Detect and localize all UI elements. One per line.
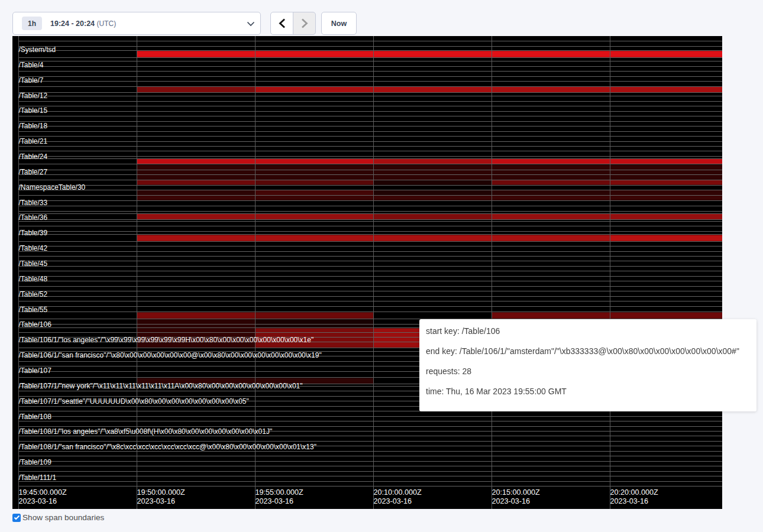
svg-text:2023-03-16: 2023-03-16 xyxy=(137,497,175,505)
svg-text:20:20:00.000Z: 20:20:00.000Z xyxy=(610,488,659,497)
svg-text:/Table/107/1/"seattle"/"UUUUUU: /Table/107/1/"seattle"/"UUUUUUD\x00\x80\… xyxy=(19,397,249,406)
svg-text:/Table/106/1/"san francisco"/": /Table/106/1/"san francisco"/"\x80\x00\x… xyxy=(19,351,322,359)
svg-text:2023-03-16: 2023-03-16 xyxy=(492,497,530,505)
svg-text:/Table/18: /Table/18 xyxy=(19,122,48,130)
svg-text:2023-03-16: 2023-03-16 xyxy=(19,497,57,505)
svg-text:20:15:00.000Z: 20:15:00.000Z xyxy=(492,488,541,497)
svg-text:2023-03-16: 2023-03-16 xyxy=(610,497,648,505)
svg-text:19:55:00.000Z: 19:55:00.000Z xyxy=(256,488,304,497)
svg-text:/Table/55: /Table/55 xyxy=(19,306,48,314)
svg-text:/Table/27: /Table/27 xyxy=(19,168,48,176)
svg-text:19:50:00.000Z: 19:50:00.000Z xyxy=(137,488,186,497)
svg-text:/Table/107: /Table/107 xyxy=(19,366,52,375)
svg-text:/Table/24: /Table/24 xyxy=(19,153,48,161)
svg-text:/Table/107/1/"new york"/"\x11\: /Table/107/1/"new york"/"\x11\x11\x11\x1… xyxy=(19,382,303,390)
svg-text:/Table/45: /Table/45 xyxy=(19,259,48,268)
svg-text:/NamespaceTable/30: /NamespaceTable/30 xyxy=(19,183,86,192)
svg-text:/Table/108: /Table/108 xyxy=(19,413,52,421)
svg-text:/Table/12: /Table/12 xyxy=(19,92,48,100)
svg-text:/Table/106/1/"los angeles"/"\x: /Table/106/1/"los angeles"/"\x99\x99\x99… xyxy=(19,336,314,344)
svg-text:/Table/109: /Table/109 xyxy=(19,458,52,466)
svg-text:2023-03-16: 2023-03-16 xyxy=(256,497,293,505)
svg-text:/Table/39: /Table/39 xyxy=(19,229,48,237)
svg-text:/Table/21: /Table/21 xyxy=(19,137,48,145)
svg-text:/Table/36: /Table/36 xyxy=(19,213,48,222)
svg-text:/Table/111/1: /Table/111/1 xyxy=(19,473,57,482)
svg-text:19:45:00.000Z: 19:45:00.000Z xyxy=(19,488,67,497)
svg-text:/Table/42: /Table/42 xyxy=(19,244,48,252)
svg-text:/System/tsd: /System/tsd xyxy=(19,46,56,54)
svg-text:/Table/7: /Table/7 xyxy=(19,76,44,85)
svg-text:/Table/52: /Table/52 xyxy=(19,290,48,299)
svg-text:/Table/33: /Table/33 xyxy=(19,199,48,207)
svg-text:/Table/4: /Table/4 xyxy=(19,61,44,69)
svg-text:/Table/48: /Table/48 xyxy=(19,275,48,283)
svg-text:/Table/106: /Table/106 xyxy=(19,320,52,329)
svg-text:/Table/15: /Table/15 xyxy=(19,106,48,115)
svg-text:/Table/108/1/"san francisco"/": /Table/108/1/"san francisco"/"\x8c\xcc\x… xyxy=(19,443,316,451)
svg-text:/Table/108/1/"los angeles"/"\x: /Table/108/1/"los angeles"/"\xa8\xf5\u00… xyxy=(19,427,273,436)
svg-text:2023-03-16: 2023-03-16 xyxy=(374,497,412,505)
svg-text:20:10:00.000Z: 20:10:00.000Z xyxy=(374,488,422,497)
